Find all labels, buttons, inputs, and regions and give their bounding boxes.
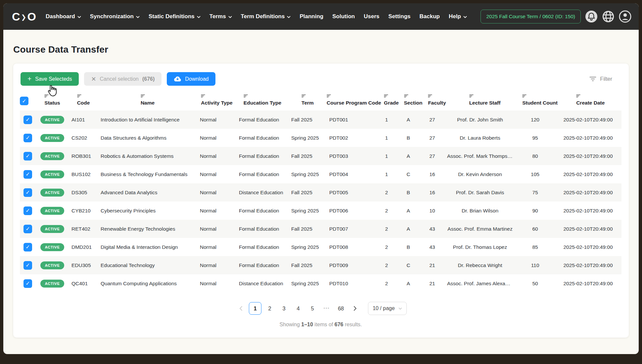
page-button-4[interactable]: 4	[292, 302, 304, 314]
column-header-label: Course Program Code	[327, 100, 381, 106]
nav-item-users[interactable]: Users	[364, 13, 379, 20]
column-header-name[interactable]: Name	[98, 94, 197, 106]
filter-lines-icon[interactable]	[469, 94, 474, 98]
filter-lines-icon[interactable]	[141, 94, 145, 98]
page-button-3[interactable]: 3	[278, 302, 290, 314]
cell-faculty: 27	[420, 153, 444, 159]
column-header-create_date[interactable]: Create Date	[560, 94, 621, 106]
column-header-label: Name	[141, 100, 155, 106]
nav-item-backup[interactable]: Backup	[420, 13, 440, 20]
nav-item-terms[interactable]: Terms	[209, 13, 232, 20]
table-row: ACTIVEDMD201Digital Media & Interaction …	[20, 238, 621, 256]
user-icon[interactable]	[619, 10, 631, 23]
row-checkbox[interactable]	[23, 206, 32, 215]
cell-student_count: 120	[516, 117, 555, 123]
app-logo[interactable]: C ❯ O	[12, 10, 36, 23]
row-checkbox[interactable]	[23, 115, 32, 124]
cell-code: QC401	[69, 281, 98, 287]
filter-lines-icon[interactable]	[301, 94, 306, 98]
column-header-section[interactable]: Section	[402, 94, 425, 106]
row-checkbox[interactable]	[23, 170, 32, 179]
bell-icon[interactable]	[585, 10, 598, 23]
cell-term: Spring 2025	[289, 135, 327, 141]
column-header-course_program_code[interactable]: Course Program Code	[327, 94, 381, 106]
save-selecteds-button[interactable]: + Save Selecteds	[21, 72, 79, 86]
filter-lines-icon[interactable]	[244, 94, 248, 98]
select-all-checkbox[interactable]	[20, 97, 28, 105]
cell-code: CS202	[69, 135, 98, 141]
cancel-selection-button[interactable]: ✕ Cancel selection (676)	[84, 72, 161, 86]
filter-lines-icon[interactable]	[327, 94, 331, 98]
cell-faculty: 16	[420, 171, 444, 177]
globe-icon[interactable]	[602, 10, 615, 23]
cell-section: C	[397, 262, 420, 268]
filter-label: Filter	[600, 76, 612, 82]
row-checkbox[interactable]	[23, 134, 32, 142]
row-checkbox[interactable]	[23, 261, 32, 270]
cell-name: Cybersecurity Principles	[98, 208, 197, 214]
column-header-faculty[interactable]: Faculty	[425, 94, 449, 106]
cell-faculty: 21	[420, 262, 444, 268]
filter-lines-icon[interactable]	[77, 94, 81, 98]
column-header-code[interactable]: Code	[69, 94, 98, 106]
cell-education_type: Formal Education	[236, 262, 289, 268]
cell-section: B	[397, 135, 420, 141]
column-header-status[interactable]: Status	[36, 94, 69, 106]
download-button[interactable]: Download	[167, 72, 215, 86]
table-row: ACTIVEQC401Quantum Computing Application…	[20, 274, 621, 293]
term-selector[interactable]: 2025 Fall Course Term / 0602 (ID: 150)	[481, 10, 581, 23]
page-button-2[interactable]: 2	[264, 302, 276, 314]
cell-term: Spring 2025	[289, 281, 327, 287]
nav-item-static-definitions[interactable]: Static Definitions	[149, 13, 201, 20]
summary-total: 676	[335, 322, 344, 327]
cell-lecture_staff: Assoc. Prof. James Alexander	[444, 281, 516, 287]
cell-section: C	[397, 171, 420, 177]
page-size-select[interactable]: 10 / page	[368, 302, 407, 315]
row-checkbox[interactable]	[23, 279, 32, 288]
filter-lines-icon[interactable]	[384, 94, 388, 98]
logo-chevron-icon: ❯	[21, 13, 27, 21]
prev-page-button[interactable]	[235, 302, 247, 314]
column-header-lecture_staff[interactable]: Lecture Staff	[449, 94, 521, 106]
page-button-5[interactable]: 5	[306, 302, 318, 314]
page-button-1[interactable]: 1	[249, 302, 261, 315]
cell-term: Fall 2025	[289, 190, 327, 196]
nav-item-solution[interactable]: Solution	[332, 13, 355, 20]
column-header-grade[interactable]: Grade	[381, 94, 402, 106]
nav-item-planning[interactable]: Planning	[299, 13, 323, 20]
row-checkbox[interactable]	[23, 225, 32, 233]
page-button-68[interactable]: 68	[335, 302, 347, 314]
row-checkbox[interactable]	[23, 152, 32, 160]
cell-term: Spring 2025	[289, 208, 327, 214]
nav-item-synchronization[interactable]: Synchronization	[90, 13, 140, 20]
status-badge: ACTIVE	[40, 207, 64, 215]
nav-item-help[interactable]: Help	[449, 13, 467, 20]
cell-student_count: 90	[516, 208, 555, 214]
nav-item-term-definitions[interactable]: Term Definitions	[241, 13, 291, 20]
column-header-activity_type[interactable]: Activity Type	[197, 94, 236, 106]
cell-code: CYB210	[69, 208, 98, 214]
column-header-education_type[interactable]: Education Type	[236, 94, 289, 106]
row-checkbox[interactable]	[23, 243, 32, 251]
cell-create_date: 2025-02-10T20:49:00	[555, 171, 621, 177]
filter-lines-icon[interactable]	[522, 94, 527, 98]
filter-lines-icon[interactable]	[404, 94, 408, 98]
cell-grade: 1	[376, 117, 397, 123]
column-header-term[interactable]: Term	[289, 94, 327, 106]
filter-lines-icon[interactable]	[576, 94, 580, 98]
data-card: + Save Selecteds ✕ Cancel selection (676…	[13, 64, 629, 338]
column-header-student_count[interactable]: Student Count	[521, 94, 560, 106]
nav-item-settings[interactable]: Settings	[389, 13, 411, 20]
column-header-label: Lecture Staff	[469, 100, 501, 106]
cell-code: BUS102	[69, 171, 98, 177]
row-checkbox[interactable]	[23, 188, 32, 197]
results-summary: Showing 1–10 items of 676 results.	[20, 322, 621, 328]
filter-lines-icon[interactable]	[201, 94, 205, 98]
filter-lines-icon[interactable]	[428, 94, 432, 98]
filter-button[interactable]: Filter	[589, 76, 612, 82]
cell-term: Fall 2025	[289, 153, 327, 159]
nav-item-dashboard[interactable]: Dashboard	[46, 13, 81, 20]
filter-lines-icon[interactable]	[44, 94, 49, 98]
next-page-button[interactable]	[349, 302, 361, 314]
page-ellipsis[interactable]: •••	[321, 302, 333, 314]
